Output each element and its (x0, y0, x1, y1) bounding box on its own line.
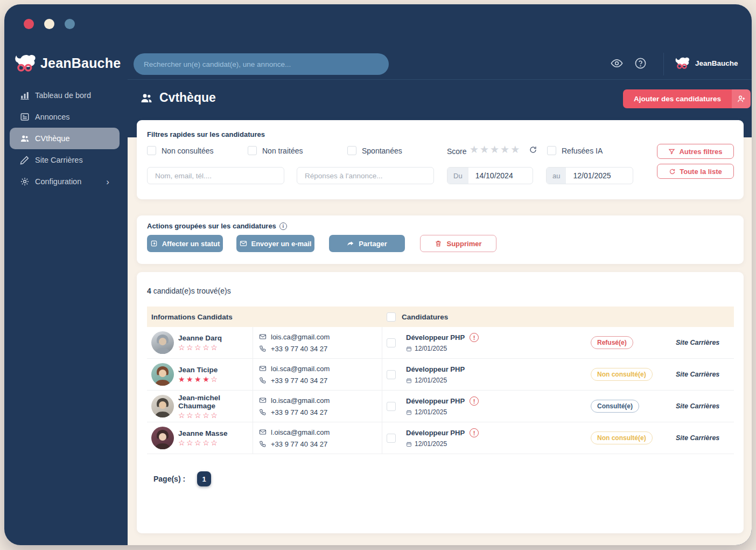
sidebar-item-site-carrieres[interactable]: Site Carrières (10, 149, 120, 171)
table-row[interactable]: Jean Ticipe ★★★★☆ loi.sca@gmail.com +33 … (147, 359, 734, 391)
candidate-name: Jeanne Masse (178, 429, 228, 437)
close-window-button[interactable] (24, 19, 34, 29)
candidate-phone-line: +33 9 77 40 34 27 (259, 377, 382, 385)
score-star-rating[interactable]: ★★★★★ (470, 143, 521, 156)
brand-logo[interactable]: JeanBauche (14, 53, 121, 73)
minimize-window-button[interactable] (44, 19, 54, 29)
bull-logo-icon (675, 56, 691, 70)
row-checkbox[interactable] (387, 402, 396, 411)
status-badge[interactable]: Consulté(e) (591, 400, 639, 413)
row-checkbox[interactable] (387, 434, 396, 443)
date-to-value: 12/01/2025 (566, 168, 618, 184)
envelope-icon (259, 428, 267, 436)
date-from-value: 14/10/2024 (468, 168, 520, 184)
candidate-stars[interactable]: ☆☆☆☆☆ (178, 439, 228, 447)
maximize-window-button[interactable] (65, 19, 75, 29)
envelope-icon (259, 396, 267, 404)
date-from-field[interactable]: Du 14/10/2024 (447, 167, 533, 184)
gear-icon (20, 177, 30, 186)
sidebar-item-cvtheque[interactable]: CVthèque (10, 128, 120, 149)
candidate-email[interactable]: lois.ca@gmail.com (271, 333, 330, 341)
filters-card: Filtres rapides sur les candidatures Non… (137, 120, 744, 199)
send-email-button[interactable]: Envoyer un e-mail (236, 235, 314, 252)
table-row[interactable]: Jean-michel Chaumage ☆☆☆☆☆ lo.isca@gmail… (147, 391, 734, 422)
checkbox[interactable] (248, 146, 257, 155)
candidate-phone-line: +33 9 77 40 34 27 (259, 345, 382, 353)
phone-icon (259, 440, 267, 448)
envelope-icon (259, 365, 267, 372)
score-reset-icon[interactable] (529, 145, 537, 154)
candidate-stars[interactable]: ☆☆☆☆☆ (178, 412, 253, 419)
filter-spontanees[interactable]: Spontanées (347, 146, 402, 155)
application-date: 12/01/2025 (415, 408, 447, 416)
filter-refusees-ia[interactable]: Refusées IA (547, 146, 603, 155)
phone-icon (259, 345, 267, 352)
topbar: JeanBauche (128, 48, 752, 80)
checkbox[interactable] (147, 146, 156, 155)
person-add-icon (732, 89, 751, 108)
page-1-button[interactable]: 1 (197, 471, 211, 486)
filter-non-consultees[interactable]: Non consultées (147, 146, 214, 155)
full-list-button[interactable]: Toute la liste (657, 164, 734, 179)
name-email-tel-input[interactable] (147, 167, 284, 184)
avatar (151, 395, 174, 417)
score-label: Score (447, 147, 467, 156)
help-icon[interactable] (634, 57, 647, 69)
people-icon (20, 134, 30, 143)
job-title[interactable]: Développeur PHP (406, 333, 465, 342)
application-date-line: 12/01/2025 (406, 377, 572, 384)
account-menu[interactable]: JeanBauche (675, 56, 738, 70)
row-checkbox[interactable] (387, 370, 396, 379)
source-label: Site Carrières (659, 371, 734, 378)
candidate-phone[interactable]: +33 9 77 40 34 27 (271, 377, 327, 385)
select-all-checkbox[interactable] (387, 312, 396, 322)
source-label: Site Carrières (659, 434, 734, 442)
delete-button[interactable]: Supprimer (420, 235, 496, 252)
candidate-phone[interactable]: +33 9 77 40 34 27 (271, 440, 327, 448)
job-title[interactable]: Développeur PHP (406, 429, 465, 437)
pagination: Page(s) : 1 (153, 471, 211, 486)
warning-icon[interactable]: ! (470, 333, 479, 342)
global-search-input[interactable] (134, 53, 389, 75)
eye-icon[interactable] (611, 57, 623, 69)
more-filters-button[interactable]: Autres filtres (657, 144, 734, 159)
candidate-email[interactable]: l.oisca@gmail.com (271, 428, 330, 436)
checkbox[interactable] (347, 146, 356, 155)
page-title-text: Cvthèque (159, 90, 216, 105)
add-candidatures-button[interactable]: Ajouter des candidatures (623, 89, 751, 108)
status-badge[interactable]: Non consulté(e) (591, 368, 653, 381)
status-badge[interactable]: Non consulté(e) (591, 431, 653, 444)
results-count: 4 candidat(e)s trouvé(e)s (147, 287, 231, 295)
bull-logo-icon (14, 53, 38, 73)
candidate-stars[interactable]: ☆☆☆☆☆ (178, 344, 222, 351)
sidebar-item-tableau-de-bord[interactable]: Tableau de bord (10, 85, 120, 106)
sidebar-item-configuration[interactable]: Configuration › (10, 171, 120, 192)
account-name: JeanBauche (695, 59, 738, 67)
funnel-icon (668, 148, 675, 155)
candidate-phone[interactable]: +33 9 77 40 34 27 (271, 408, 327, 416)
candidate-email[interactable]: lo.isca@gmail.com (271, 396, 330, 405)
row-checkbox[interactable] (387, 338, 396, 347)
info-icon[interactable]: i (279, 222, 287, 230)
job-title[interactable]: Développeur PHP (406, 365, 465, 373)
share-button[interactable]: Partager (329, 235, 405, 252)
job-title[interactable]: Développeur PHP (406, 397, 465, 405)
candidate-email[interactable]: loi.sca@gmail.com (271, 365, 330, 373)
status-badge[interactable]: Refusé(e) (591, 336, 633, 349)
sidebar-item-annonces[interactable]: Annonces (10, 106, 120, 128)
candidate-stars[interactable]: ★★★★☆ (178, 375, 219, 383)
warning-icon[interactable]: ! (470, 428, 479, 437)
assign-status-button[interactable]: Affecter un statut (147, 235, 223, 252)
table-row[interactable]: Jeanne Masse ☆☆☆☆☆ l.oisca@gmail.com +33… (147, 422, 734, 454)
annonce-responses-input[interactable] (297, 167, 434, 184)
calendar-icon (406, 409, 412, 415)
sidebar-item-label: Tableau de bord (35, 91, 91, 100)
checkbox[interactable] (547, 146, 556, 155)
application-date-line: 12/01/2025 (406, 345, 572, 352)
date-to-field[interactable]: au 12/01/2025 (546, 167, 633, 184)
candidate-phone[interactable]: +33 9 77 40 34 27 (271, 345, 327, 353)
table-row[interactable]: Jeanne Darq ☆☆☆☆☆ lois.ca@gmail.com +33 … (147, 327, 734, 359)
filter-non-traitees[interactable]: Non traitées (248, 146, 303, 155)
warning-icon[interactable]: ! (470, 396, 479, 406)
source-label: Site Carrières (659, 339, 734, 346)
